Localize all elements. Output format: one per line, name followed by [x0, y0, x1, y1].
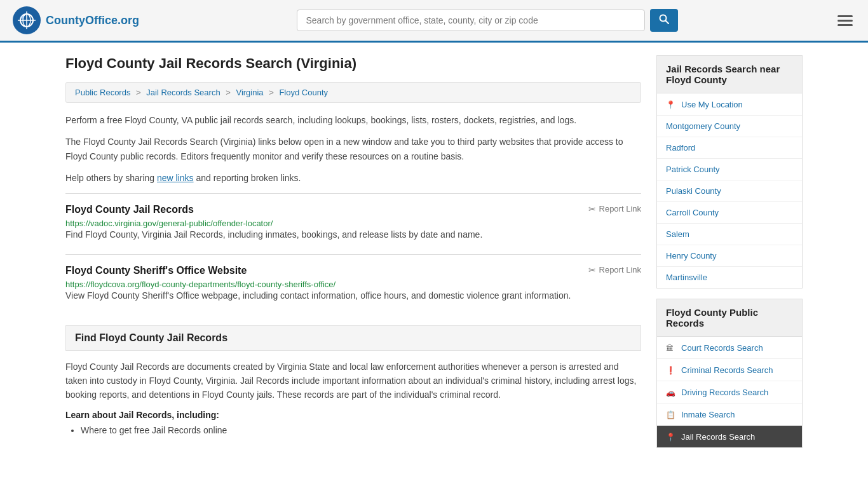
menu-button[interactable]	[835, 13, 855, 29]
learn-list: Where to get free Jail Records online	[65, 425, 641, 435]
search-input[interactable]	[297, 10, 645, 31]
sidebar-link-martinsville[interactable]: Martinsville	[666, 273, 707, 282]
report-2-icon: ✂	[588, 265, 596, 275]
sidebar-item-court-records[interactable]: Court Records Search	[657, 337, 802, 359]
sidebar-public-records-header-text: Floyd County Public Records	[666, 307, 758, 329]
sidebar-item-driving-records[interactable]: Driving Records Search	[657, 381, 802, 403]
svg-point-5	[21, 16, 24, 19]
desc3-pre: Help others by sharing	[65, 173, 157, 183]
sidebar-item-inmate-search[interactable]: Inmate Search	[657, 403, 802, 426]
logo-area[interactable]: CountyOffice.org	[13, 6, 139, 34]
breadcrumb: Public Records > Jail Records Search > V…	[65, 82, 641, 103]
logo-text: CountyOffice.org	[46, 14, 139, 27]
sidebar-jail-header: Jail Records Search near Floyd County	[656, 55, 803, 93]
sidebar-item-carroll[interactable]: Carroll County	[657, 202, 802, 224]
sidebar-item-henry[interactable]: Henry County	[657, 245, 802, 267]
logo-ext: .org	[118, 14, 139, 27]
record-2-report-btn[interactable]: ✂ Report Link	[588, 265, 641, 275]
sidebar-item-radford[interactable]: Radford	[657, 137, 802, 159]
sidebar-item-use-my-location[interactable]: Use My Location	[657, 93, 802, 116]
header: CountyOffice.org	[0, 0, 868, 43]
criminal-icon	[666, 365, 676, 375]
sidebar-link-pulaski[interactable]: Pulaski County	[666, 186, 721, 196]
search-area	[297, 9, 678, 32]
breadcrumb-public-records[interactable]: Public Records	[75, 88, 130, 97]
sidebar-link-carroll[interactable]: Carroll County	[666, 208, 719, 217]
search-button[interactable]	[650, 9, 678, 32]
breadcrumb-sep-3: >	[269, 88, 276, 97]
sidebar-link-use-my-location[interactable]: Use My Location	[681, 100, 743, 109]
sidebar-item-martinsville[interactable]: Martinsville	[657, 267, 802, 288]
driving-icon	[666, 387, 676, 397]
sidebar-item-montgomery[interactable]: Montgomery County	[657, 116, 802, 137]
desc3-post: and reporting broken links.	[194, 173, 301, 183]
main-container: Floyd County Jail Records Search (Virgin…	[53, 43, 815, 471]
find-section-header: Find Floyd County Jail Records	[65, 325, 641, 351]
record-1-title[interactable]: Floyd County Jail Records	[65, 204, 194, 215]
sidebar: Jail Records Search near Floyd County Us…	[656, 55, 803, 458]
sidebar-link-inmate-search[interactable]: Inmate Search	[681, 410, 735, 419]
sidebar-link-henry[interactable]: Henry County	[666, 251, 716, 261]
sidebar-public-records-list: Court Records Search Criminal Records Se…	[656, 337, 803, 448]
menu-bar-bot	[837, 24, 853, 26]
description-1: Perform a free Floyd County, VA public j…	[65, 113, 641, 127]
description-3: Help others by sharing new links and rep…	[65, 171, 641, 185]
jail-icon	[666, 431, 676, 442]
sidebar-item-criminal-records[interactable]: Criminal Records Search	[657, 359, 802, 381]
record-2-title[interactable]: Floyd County Sheriff's Office Website	[65, 265, 247, 276]
record-1-report-btn[interactable]: ✂ Report Link	[588, 204, 641, 214]
sidebar-item-patrick[interactable]: Patrick County	[657, 159, 802, 180]
sidebar-link-jail-records[interactable]: Jail Records Search	[681, 432, 755, 442]
breadcrumb-sep-2: >	[226, 88, 233, 97]
record-1-header: Floyd County Jail Records ✂ Report Link	[65, 204, 641, 215]
sidebar-item-pulaski[interactable]: Pulaski County	[657, 180, 802, 202]
report-1-label: Report Link	[599, 204, 641, 214]
pin-icon	[666, 99, 676, 109]
learn-subheader: Learn about Jail Records, including:	[65, 410, 641, 420]
find-section-body: Floyd County Jail Records are documents …	[65, 360, 641, 402]
logo-name: CountyOffice	[46, 14, 118, 27]
sidebar-link-radford[interactable]: Radford	[666, 143, 695, 152]
breadcrumb-floyd-county[interactable]: Floyd County	[279, 88, 328, 97]
report-2-label: Report Link	[599, 265, 641, 274]
menu-bar-mid	[837, 20, 853, 22]
report-1-icon: ✂	[588, 204, 596, 214]
sidebar-jail-list: Use My Location Montgomery County Radfor…	[656, 93, 803, 288]
record-2-header: Floyd County Sheriff's Office Website ✂ …	[65, 265, 641, 276]
record-2: Floyd County Sheriff's Office Website ✂ …	[65, 254, 641, 313]
page-title: Floyd County Jail Records Search (Virgin…	[65, 55, 641, 72]
svg-line-7	[665, 21, 668, 24]
court-icon	[666, 342, 676, 353]
record-1: Floyd County Jail Records ✂ Report Link …	[65, 193, 641, 252]
record-1-url[interactable]: https://vadoc.virginia.gov/general-publi…	[65, 219, 273, 228]
breadcrumb-virginia[interactable]: Virginia	[236, 88, 263, 97]
sidebar-item-salem[interactable]: Salem	[657, 224, 802, 245]
learn-list-item-1: Where to get free Jail Records online	[81, 425, 641, 435]
sidebar-public-records-header: Floyd County Public Records	[656, 299, 803, 337]
breadcrumb-jail-records[interactable]: Jail Records Search	[146, 88, 220, 97]
new-links-link[interactable]: new links	[157, 173, 194, 183]
record-2-desc: View Floyd County Sheriff's Office webpa…	[65, 289, 641, 302]
record-1-desc: Find Floyd County, Virginia Jail Records…	[65, 228, 641, 241]
sidebar-item-jail-records[interactable]: Jail Records Search	[657, 426, 802, 447]
inmate-icon	[666, 409, 676, 419]
record-2-url[interactable]: https://floydcova.org/floyd-county-depar…	[65, 280, 336, 289]
menu-bar-top	[837, 15, 853, 17]
sidebar-link-court-records[interactable]: Court Records Search	[681, 343, 763, 353]
sidebar-link-driving-records[interactable]: Driving Records Search	[681, 388, 768, 397]
description-2: The Floyd County Jail Records Search (Vi…	[65, 135, 641, 163]
logo-icon	[13, 6, 41, 34]
sidebar-link-patrick[interactable]: Patrick County	[666, 165, 720, 174]
content-area: Floyd County Jail Records Search (Virgin…	[65, 55, 641, 458]
sidebar-link-montgomery[interactable]: Montgomery County	[666, 121, 740, 131]
breadcrumb-sep-1: >	[136, 88, 143, 97]
sidebar-jail-header-text: Jail Records Search near Floyd County	[666, 64, 780, 85]
sidebar-link-criminal-records[interactable]: Criminal Records Search	[681, 365, 773, 375]
sidebar-link-salem[interactable]: Salem	[666, 229, 689, 239]
